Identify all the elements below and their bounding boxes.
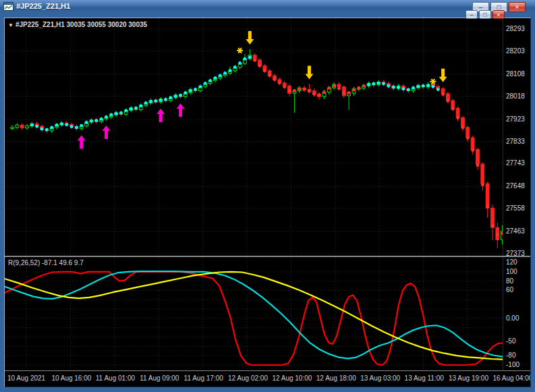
indicator-axis-label: 100 xyxy=(506,268,517,276)
trend-dot xyxy=(229,69,232,72)
trend-dot xyxy=(466,136,470,140)
time-axis-label: 12 Aug 18:00 xyxy=(316,374,356,382)
trend-dot xyxy=(164,98,167,101)
trend-dot xyxy=(85,121,88,124)
trend-dot xyxy=(401,87,405,90)
chart-dropdown-icon[interactable]: ▼ xyxy=(8,22,13,28)
trend-dot xyxy=(199,85,202,88)
trend-dot xyxy=(327,86,331,90)
time-axis-label: 16 Aug 04:00 xyxy=(492,374,530,382)
trend-dot xyxy=(219,74,222,78)
trend-dot xyxy=(288,89,291,92)
sell-arrow-icon xyxy=(439,69,447,82)
indicator-axis-label: -80 xyxy=(506,352,515,360)
trend-dot xyxy=(233,65,237,69)
time-axis-label: 11 Aug 09:00 xyxy=(140,374,179,382)
trend-dot xyxy=(426,84,430,87)
chart-ohlc-readout: #JP225_Z21,H1 30035 30055 30020 30035 xyxy=(16,21,147,28)
trend-dot xyxy=(387,84,390,88)
time-axis-label: 10 Aug 16:00 xyxy=(51,374,91,382)
mdi-window-controls: – □ × xyxy=(466,10,505,19)
trend-dot xyxy=(179,94,182,97)
price-axis-label: 27833 xyxy=(506,138,525,146)
indicator-line-mid xyxy=(5,271,503,358)
price-axis-label: 27923 xyxy=(506,115,525,123)
trend-dot xyxy=(119,111,123,115)
candle-body xyxy=(476,149,480,164)
titlebar[interactable]: #JP225_Z21,H1 xyxy=(0,0,535,13)
main-chart-canvas[interactable] xyxy=(5,18,503,256)
time-axis-label: 10 Aug 2021 xyxy=(7,374,45,382)
chart-client-area: ▼#JP225_Z21,H1 30035 30055 30020 30035 2… xyxy=(4,18,531,387)
trend-dot xyxy=(248,55,252,59)
trend-dot xyxy=(90,119,93,123)
price-axis-label: 27648 xyxy=(506,182,525,190)
trend-dot xyxy=(441,92,445,96)
buy-arrow-icon xyxy=(157,109,165,122)
price-axis-label: 27463 xyxy=(506,227,525,235)
indicator-axis-label: 120 xyxy=(506,258,517,267)
indicator-axis[interactable]: 12010080600.00-50-80-100 xyxy=(503,257,531,370)
mdi-restore-button[interactable]: □ xyxy=(479,10,491,19)
trend-dot xyxy=(476,164,480,167)
indicator-label: R(9,26,52) -87.1 49.6 9.7 xyxy=(8,259,84,267)
trend-dot xyxy=(238,61,242,65)
trend-dot xyxy=(204,82,207,85)
trend-dot xyxy=(451,107,455,111)
trend-dot xyxy=(367,83,370,86)
price-axis-label: 27558 xyxy=(506,204,525,213)
trend-dot xyxy=(115,112,118,115)
trend-dot xyxy=(208,79,212,82)
trend-dot xyxy=(432,85,435,88)
trend-dot xyxy=(144,101,148,105)
candle-body xyxy=(26,126,29,128)
trend-dot xyxy=(412,86,415,90)
trend-dot xyxy=(407,88,410,92)
mdi-minimize-button[interactable]: – xyxy=(466,10,478,19)
trend-dot xyxy=(50,126,53,130)
trend-dot xyxy=(382,82,385,86)
price-axis-label: 28293 xyxy=(506,25,525,33)
trend-dot xyxy=(124,109,128,113)
trend-dot xyxy=(377,82,381,85)
time-axis[interactable]: 10 Aug 202110 Aug 16:0011 Aug 01:0011 Au… xyxy=(5,371,530,387)
window-title: #JP225_Z21,H1 xyxy=(16,2,70,10)
candle-body xyxy=(11,128,14,129)
trend-dot xyxy=(35,125,38,128)
trend-dot xyxy=(223,72,227,75)
trend-dot xyxy=(312,92,316,96)
trend-dot xyxy=(263,69,266,72)
candle-body xyxy=(471,138,474,149)
indicator-axis-label: 0.00 xyxy=(506,314,519,323)
indicator-axis-label: 80 xyxy=(506,277,513,285)
trend-dot xyxy=(347,91,351,94)
close-button[interactable]: × xyxy=(509,2,526,12)
trend-dot xyxy=(40,128,44,131)
application-window: { "window": { "title": "#JP225_Z21,H1", … xyxy=(0,0,535,392)
trend-dot xyxy=(30,123,34,127)
trend-dot xyxy=(308,90,311,93)
mdi-close-button[interactable]: × xyxy=(492,10,505,19)
price-axis-label: 27743 xyxy=(506,159,525,167)
trend-dot xyxy=(169,96,172,99)
candle-body xyxy=(16,125,19,128)
trend-dot xyxy=(456,116,459,119)
price-axis-label: 28018 xyxy=(506,92,525,101)
indicator-axis-label: -50 xyxy=(506,337,515,345)
trend-dot xyxy=(159,99,163,102)
trend-dot xyxy=(268,74,271,77)
time-axis-label: 11 Aug 01:00 xyxy=(96,374,135,382)
time-axis-label: 13 Aug 19:00 xyxy=(449,374,488,382)
candle-body xyxy=(481,164,484,184)
buy-arrow-icon xyxy=(177,103,185,117)
indicator-canvas[interactable] xyxy=(5,257,503,370)
trend-dot xyxy=(303,88,306,91)
trend-dot xyxy=(333,84,336,88)
trend-dot xyxy=(461,126,465,130)
trend-dot xyxy=(486,205,489,208)
window-icon xyxy=(3,2,13,11)
price-axis[interactable]: 2829328203281082801827923278332774327648… xyxy=(503,18,531,256)
trend-dot xyxy=(149,100,152,103)
trend-dot xyxy=(130,107,133,111)
candle-body xyxy=(486,184,489,208)
